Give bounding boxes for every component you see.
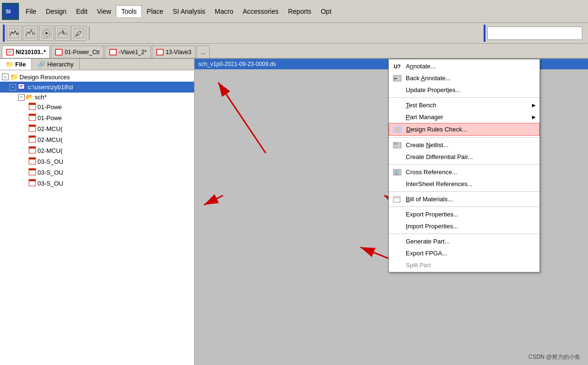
menu-item-back-annotate-label: Back Annotate...	[406, 75, 451, 82]
svg-rect-16	[56, 50, 62, 55]
toolbar-btn-play[interactable]	[39, 26, 54, 41]
toolbar-blue-bar-1	[3, 25, 5, 42]
menu-item-test-bench-label: Test Bench	[406, 102, 436, 109]
tree-sch-label: sch*	[35, 94, 47, 101]
menu-item-drc-label: Design Rules Check...	[406, 126, 467, 133]
menu-item-back-annotate[interactable]: ⬅ Back Annotate...	[389, 72, 540, 84]
tree-item-file-5[interactable]: 02-MCU(	[0, 145, 194, 156]
tools-dropdown-menu: U? Annotate... ⬅ Back Annotate... Update…	[388, 59, 540, 272]
menu-item-cross-ref-label: Cross Reference...	[406, 168, 457, 176]
menu-item-gen-part[interactable]: Generate Part...	[389, 235, 540, 247]
toolbar-btn-waveform[interactable]	[7, 26, 22, 41]
svg-rect-28	[29, 114, 36, 116]
menu-item-create-netlist[interactable]: Create Netlist...	[389, 139, 540, 151]
menu-item-diff-pair[interactable]: Create Differential Pair...	[389, 151, 540, 163]
tab-label-more: ...	[201, 49, 205, 56]
tree-root-label: Design Resources	[19, 74, 70, 81]
sep-5	[389, 206, 540, 207]
menu-item-bom[interactable]: Bill of Materials...	[389, 193, 540, 205]
menu-item-part-manager[interactable]: Part Manager ▶	[389, 111, 540, 123]
tab-icon-vlave12	[109, 49, 117, 56]
tree-expand-path[interactable]: −	[9, 84, 16, 91]
svg-rect-18	[110, 50, 116, 55]
svg-line-53	[204, 196, 223, 205]
right-selected-text: sch_v1p0-2021-09-23-0009.ds	[198, 61, 276, 67]
file-icon-8	[28, 179, 36, 188]
tree-sch-icon: 📂	[26, 94, 33, 101]
menu-item-export-props-label: Export Properties...	[406, 211, 458, 218]
tab-icon-01power	[55, 49, 63, 56]
menu-item-test-bench[interactable]: Test Bench ▶	[389, 99, 540, 111]
toolbar-btn-pencil[interactable]	[71, 26, 86, 41]
app-logo: SI	[2, 3, 19, 20]
menu-item-intersheet-label: InterSheet References...	[406, 180, 473, 187]
sep-4	[389, 191, 540, 192]
svg-rect-40	[29, 179, 36, 181]
svg-text:⚡: ⚡	[394, 127, 401, 133]
menu-si-analysis[interactable]: SI Analysis	[168, 6, 210, 17]
toolbar-search-input[interactable]	[487, 27, 582, 40]
svg-rect-26	[29, 103, 36, 105]
tree-item-file-2[interactable]: 01-Powe	[0, 112, 194, 123]
menu-item-annotate[interactable]: U? Annotate...	[389, 60, 540, 72]
create-netlist-icon	[392, 141, 402, 149]
tree-item-path[interactable]: − c:\users\zyb18\d	[0, 82, 194, 93]
tree-item-file-1[interactable]: 01-Powe	[0, 102, 194, 112]
tree-expand-root[interactable]: −	[2, 74, 9, 80]
menu-edit[interactable]: Edit	[71, 6, 92, 17]
tab-vlave12[interactable]: -Vlave1_2*	[105, 46, 151, 58]
menu-reports[interactable]: Reports	[283, 6, 316, 17]
tree-expand-sch[interactable]: −	[18, 94, 25, 101]
tree-item-file-8[interactable]: 03-S_OU	[0, 178, 194, 189]
panel-tab-file[interactable]: 📁 File	[0, 59, 32, 70]
svg-text:🔢: 🔢	[394, 170, 399, 175]
tree-item-file-7[interactable]: 03-S_OU	[0, 167, 194, 178]
svg-rect-20	[157, 50, 163, 55]
toolbar-btn-probe[interactable]	[55, 26, 70, 41]
tree-item-file-3[interactable]: 02-MCU(	[0, 123, 194, 134]
menu-item-export-fpga[interactable]: Export FPGA...	[389, 247, 540, 259]
tab-01power[interactable]: 01-Power_Ctr	[51, 46, 104, 58]
svg-rect-22	[19, 84, 24, 89]
right-area: sch_v1p0-2021-09-23-0009.ds U? Annotate.…	[195, 59, 588, 365]
menu-item-export-props[interactable]: Export Properties...	[389, 208, 540, 220]
menu-design[interactable]: Design	[41, 6, 72, 17]
sep-6	[389, 234, 540, 234]
tree-item-file-4[interactable]: 02-MCU(	[0, 134, 194, 145]
menu-item-split-part[interactable]: Split Part	[389, 259, 540, 271]
svg-text:SI: SI	[6, 9, 10, 14]
tab-more[interactable]: ...	[196, 46, 210, 58]
svg-rect-38	[29, 168, 36, 170]
menu-accessories[interactable]: Accessories	[238, 6, 283, 17]
panel-tabs: 📁 File 🔗 Hierarchy	[0, 59, 194, 70]
menu-item-update-props[interactable]: Update Properties...	[389, 84, 540, 96]
menu-file[interactable]: File	[21, 6, 41, 17]
tree-item-file-6[interactable]: 03-S_OU	[0, 156, 194, 167]
menu-item-create-netlist-label: Create Netlist...	[406, 141, 448, 149]
file-icon-4	[28, 135, 36, 144]
menu-item-intersheet[interactable]: InterSheet References...	[389, 178, 540, 190]
tree-path-label: c:\users\zyb18\d	[28, 84, 73, 91]
watermark: CSDN @努力的小鱼	[528, 353, 580, 361]
toolbar-btn-graph[interactable]	[23, 26, 38, 41]
sep-2	[389, 137, 540, 138]
menu-item-update-props-label: Update Properties...	[406, 86, 461, 94]
file-icon-3	[28, 124, 36, 133]
tree-file-label-2: 01-Powe	[37, 114, 62, 122]
tree-root[interactable]: − 📁 Design Resources	[0, 72, 194, 82]
menu-item-import-props[interactable]: Import Properties...	[389, 220, 540, 232]
tab-13vlave3[interactable]: 13-Vlave3	[152, 46, 196, 58]
menu-macro[interactable]: Macro	[210, 6, 238, 17]
menu-item-cross-ref[interactable]: 🔢 Cross Reference...	[389, 166, 540, 178]
tab-label-ni210103: NI210103..*	[16, 49, 46, 56]
tab-ni210103[interactable]: NI210103..*	[2, 46, 50, 58]
menu-item-drc[interactable]: ⚡ Design Rules Check...	[389, 123, 540, 136]
panel-tab-hierarchy[interactable]: 🔗 Hierarchy	[32, 59, 80, 70]
menu-place[interactable]: Place	[142, 6, 168, 17]
tree-item-sch[interactable]: − 📂 sch*	[0, 93, 194, 102]
tree-file-label-3: 02-MCU(	[37, 125, 63, 132]
menu-view[interactable]: View	[92, 6, 116, 17]
menubar: SI File Design Edit View Tools Place SI …	[0, 0, 588, 23]
menu-tools[interactable]: Tools	[116, 5, 142, 17]
menu-opt[interactable]: Opt	[316, 6, 336, 17]
